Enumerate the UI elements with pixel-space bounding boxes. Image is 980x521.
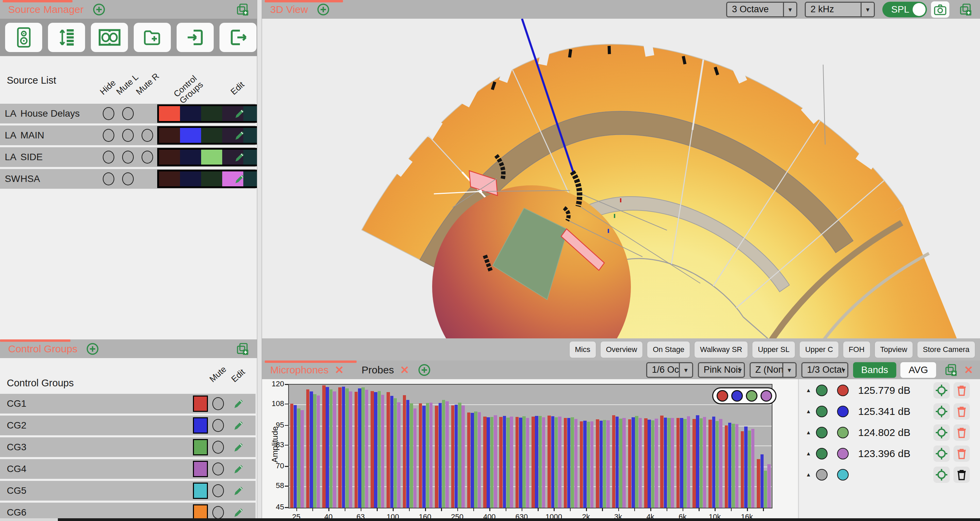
cg-color-swatch[interactable] (193, 461, 208, 477)
measurement-row[interactable]: ▲ (801, 465, 978, 484)
cg-cell[interactable] (201, 128, 222, 143)
array-tools-button[interactable] (91, 23, 128, 52)
mute-l-toggle[interactable] (122, 129, 134, 142)
analysis-dropdown[interactable]: 1/3 Octave▾ (801, 362, 848, 378)
locate-button[interactable] (933, 467, 950, 483)
edit-cg-button[interactable] (232, 484, 245, 497)
locate-button[interactable] (933, 445, 950, 462)
close-microphones-tab[interactable]: ✕ (335, 364, 344, 376)
duplicate-panel-icon[interactable] (235, 342, 250, 356)
mute-r-toggle[interactable] (142, 151, 153, 164)
measurement-row[interactable]: ▲125.779 dB (801, 381, 978, 400)
measurement-status-dot[interactable] (816, 384, 827, 396)
cg-cell[interactable] (159, 106, 180, 121)
close-panel-icon[interactable]: ✕ (964, 364, 973, 376)
cg-mute-toggle[interactable] (212, 506, 224, 518)
control-group-row[interactable]: CG6 (0, 503, 256, 518)
cg-color-swatch[interactable] (193, 439, 208, 455)
legend-series-dot[interactable] (746, 390, 757, 402)
cg-cell[interactable] (159, 149, 180, 165)
analysis-dropdown[interactable]: 1/6 Oct▾ (646, 362, 693, 378)
measurement-color-dot[interactable] (837, 469, 849, 481)
panel-splitter-vertical[interactable] (257, 0, 262, 521)
add-source-icon[interactable] (92, 3, 105, 16)
export-button[interactable] (220, 23, 256, 52)
3d-view-title[interactable]: 3D View (270, 4, 308, 15)
control-group-row[interactable]: CG1 (0, 394, 256, 413)
bottom-scrollbar[interactable] (58, 518, 980, 521)
edit-source-button[interactable] (234, 173, 246, 185)
measurement-status-dot[interactable] (816, 427, 827, 438)
edit-cg-button[interactable] (232, 463, 245, 475)
hide-toggle[interactable] (103, 172, 115, 185)
control-groups-title[interactable]: Control Groups (8, 343, 77, 355)
tab-microphones[interactable]: Microphones (270, 364, 329, 376)
measurement-color-dot[interactable] (837, 384, 849, 396)
spl-toggle[interactable]: SPL (882, 2, 927, 17)
band-frequency-dropdown[interactable]: 2 kHz▾ (805, 2, 875, 17)
cg-cell[interactable] (180, 149, 201, 165)
collapse-triangle-icon[interactable]: ▲ (801, 472, 816, 478)
measurement-row[interactable]: ▲124.802 dB (801, 423, 978, 442)
control-group-row[interactable]: CG5 (0, 481, 256, 500)
add-tab-icon[interactable] (418, 364, 431, 376)
source-row[interactable]: LAMAIN (0, 125, 256, 145)
camera-preset-button[interactable]: Topview (875, 341, 913, 358)
camera-preset-button[interactable]: Mics (569, 341, 596, 358)
edit-cg-button[interactable] (232, 507, 245, 518)
analysis-dropdown[interactable]: Pink Noise▾ (698, 362, 745, 378)
locate-button[interactable] (933, 424, 950, 441)
tab-probes[interactable]: Probes (362, 364, 394, 376)
legend-series-dot[interactable] (760, 390, 772, 402)
delete-button[interactable] (953, 445, 970, 462)
cg-cell[interactable] (201, 106, 222, 121)
collapse-triangle-icon[interactable]: ▲ (801, 451, 816, 457)
camera-preset-button[interactable]: Store Camera (917, 341, 975, 358)
cg-cell[interactable] (180, 128, 201, 143)
mute-l-toggle[interactable] (122, 151, 134, 164)
cg-color-swatch[interactable] (193, 483, 208, 499)
duplicate-panel-icon[interactable] (235, 2, 250, 17)
add-view-icon[interactable] (317, 3, 330, 16)
close-probes-tab[interactable]: ✕ (400, 364, 409, 376)
mute-l-toggle[interactable] (122, 107, 134, 120)
measurement-status-dot[interactable] (816, 469, 827, 481)
cg-cell[interactable] (159, 128, 180, 143)
duplicate-panel-icon[interactable] (958, 2, 972, 17)
measurement-status-dot[interactable] (816, 448, 827, 459)
delete-button[interactable] (953, 403, 970, 420)
cg-cell[interactable] (201, 172, 222, 186)
cg-mute-toggle[interactable] (212, 397, 224, 410)
edit-source-button[interactable] (234, 108, 246, 120)
duplicate-panel-icon[interactable] (943, 363, 958, 377)
add-speaker-button[interactable] (5, 23, 42, 52)
edit-source-button[interactable] (234, 129, 246, 141)
avg-button[interactable]: AVG (900, 362, 936, 378)
source-manager-title[interactable]: Source Manager (8, 4, 84, 15)
new-group-button[interactable] (134, 23, 171, 52)
cg-mute-toggle[interactable] (212, 441, 224, 454)
cg-mute-toggle[interactable] (212, 419, 224, 432)
camera-preset-button[interactable]: Overview (600, 341, 643, 358)
chart-legend[interactable] (712, 388, 776, 404)
hide-toggle[interactable] (103, 107, 115, 120)
analysis-dropdown[interactable]: Z (None)▾ (749, 362, 797, 378)
collapse-triangle-icon[interactable]: ▲ (801, 388, 816, 394)
bands-button[interactable]: Bands (853, 362, 896, 378)
delete-button[interactable] (953, 424, 970, 441)
source-row[interactable]: LASIDE (0, 147, 256, 167)
cg-cell[interactable] (201, 149, 222, 165)
add-control-group-icon[interactable] (86, 343, 99, 355)
cg-cell[interactable] (180, 106, 201, 121)
locate-button[interactable] (933, 382, 950, 399)
band-frequency-dropdown[interactable]: 3 Octave▾ (726, 2, 797, 17)
legend-series-dot[interactable] (731, 390, 743, 402)
source-row[interactable]: LAHouse Delays (0, 104, 256, 124)
cg-mute-toggle[interactable] (212, 462, 224, 475)
edit-cg-button[interactable] (232, 419, 245, 432)
control-group-row[interactable]: CG3 (0, 437, 256, 457)
cg-cell[interactable] (159, 172, 180, 186)
measurement-color-dot[interactable] (837, 448, 849, 459)
hide-toggle[interactable] (103, 151, 115, 164)
measurement-status-dot[interactable] (816, 406, 827, 417)
